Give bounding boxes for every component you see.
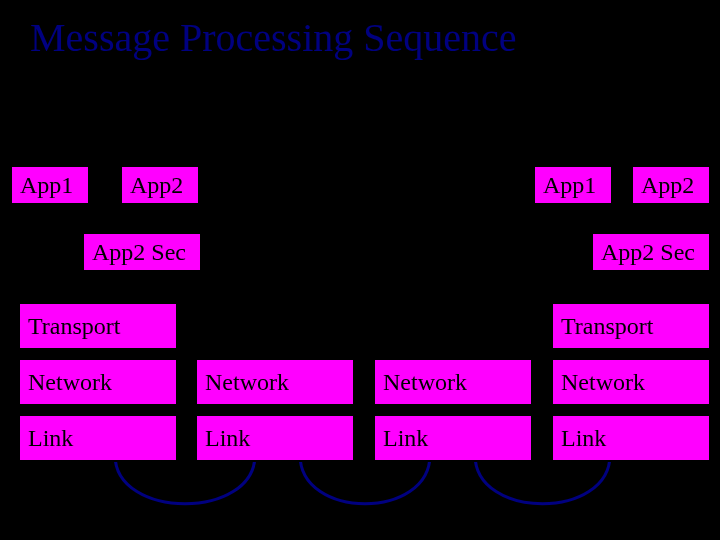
right-link: Link	[551, 414, 711, 462]
mid2-network: Network	[373, 358, 533, 406]
left-network: Network	[18, 358, 178, 406]
left-app1: App1	[10, 165, 90, 205]
left-transport: Transport	[18, 302, 178, 350]
slide: Message Processing Sequence App1 App2 Ap…	[0, 0, 720, 540]
mid2-link: Link	[373, 414, 533, 462]
right-network: Network	[551, 358, 711, 406]
slide-title: Message Processing Sequence	[30, 14, 517, 61]
left-app2: App2	[120, 165, 200, 205]
right-transport: Transport	[551, 302, 711, 350]
mid1-network: Network	[195, 358, 355, 406]
left-link: Link	[18, 414, 178, 462]
right-app2sec: App2 Sec	[591, 232, 711, 272]
right-app2: App2	[631, 165, 711, 205]
left-app2sec: App2 Sec	[82, 232, 202, 272]
mid1-link: Link	[195, 414, 355, 462]
right-app1: App1	[533, 165, 613, 205]
